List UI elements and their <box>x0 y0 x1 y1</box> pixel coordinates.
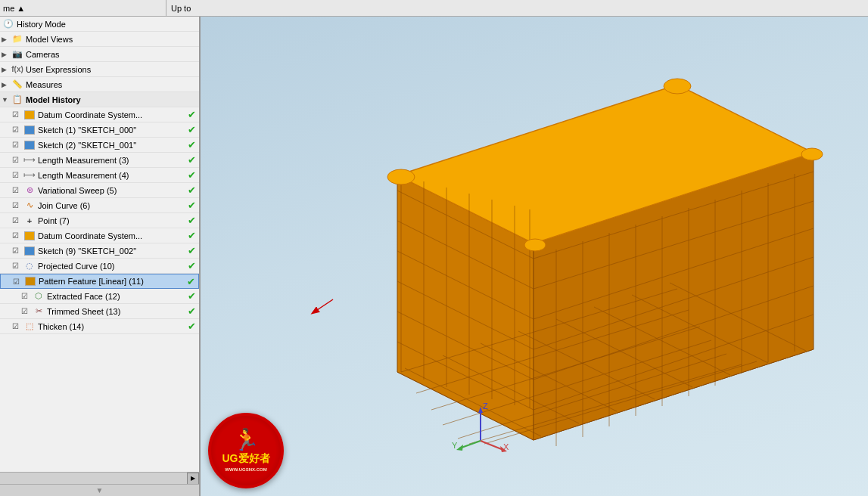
tree-container[interactable]: 🕐 History Mode ▶ 📁 Model Views ▶ 📷 Camer… <box>0 17 199 472</box>
logo-url-text: WWW.UGSNX.COM <box>225 467 266 472</box>
scroll-right-btn[interactable]: ▶ <box>187 473 199 485</box>
measure-icon-4: ⟼ <box>23 170 36 180</box>
check-mark-3: ✔ <box>188 139 196 150</box>
sketch-icon-2 <box>23 141 36 150</box>
tree-item-thicken-14[interactable]: ☑ ⬚ Thicken (14) ✔ <box>0 319 199 334</box>
tree-item-datum-1[interactable]: ☑ Datum Coordinate System... ✔ <box>0 107 199 122</box>
check-mark-2: ✔ <box>188 124 196 135</box>
checkbox-icon: ☑ <box>12 216 23 225</box>
length-3-label: Length Measurement (3) <box>36 156 188 165</box>
measures-label: Measures <box>24 80 199 89</box>
checkbox-icon: ☑ <box>12 322 23 330</box>
point-label: Point (7) <box>36 216 188 225</box>
svg-point-48 <box>387 169 415 184</box>
h-scrollbar[interactable]: ▶ <box>0 472 199 484</box>
svg-point-51 <box>524 239 546 251</box>
check-mark-6: ✔ <box>188 184 196 196</box>
check-mark-11: ✔ <box>188 260 196 271</box>
svg-text:Y: Y <box>452 441 458 450</box>
checkbox-icon: ☑ <box>12 262 23 270</box>
axis-indicator: Z X Y <box>450 395 511 458</box>
tree-item-sketch-2[interactable]: ☑ Sketch (2) "SKETCH_001" ✔ <box>0 138 199 153</box>
svg-marker-59 <box>456 445 463 451</box>
checkbox-icon: ☑ <box>12 201 23 209</box>
tree-item-join-curve[interactable]: ☑ ∿ Join Curve (6) ✔ <box>0 198 199 213</box>
model-history-label: Model History <box>24 95 199 104</box>
sidebar-item-measures[interactable]: ▶ 📏 Measures <box>0 77 199 92</box>
sidebar-item-model-views[interactable]: ▶ 📁 Model Views <box>0 32 199 47</box>
header-upto: Up to <box>166 4 868 13</box>
pattern-icon <box>23 277 37 286</box>
check-mark-5: ✔ <box>188 169 196 181</box>
projected-label: Projected Curve (10) <box>36 262 188 271</box>
trimmed-label: Trimmed Sheet (13) <box>45 307 188 316</box>
checkbox-icon: ☑ <box>12 186 23 194</box>
sketch-9-label: Sketch (9) "SKETCH_002" <box>36 246 188 256</box>
tree-item-sketch-9[interactable]: ☑ Sketch (9) "SKETCH_002" ✔ <box>0 243 199 259</box>
checkbox-icon: ☑ <box>12 171 23 179</box>
viewport[interactable]: Z X Y 🏃 UG爱好者 W <box>201 17 868 496</box>
model-3d-svg <box>276 24 868 478</box>
sidebar-item-user-expressions[interactable]: ▶ f(x) User Expressions <box>0 62 199 77</box>
length-4-label: Length Measurement (4) <box>36 171 188 180</box>
tree-item-var-sweep[interactable]: ☑ ⊛ Variational Sweep (5) ✔ <box>0 183 199 198</box>
check-mark-13: ✔ <box>188 290 196 302</box>
tree-item-point[interactable]: ☑ + Point (7) ✔ <box>0 213 199 228</box>
sidebar-item-history-mode[interactable]: 🕐 History Mode <box>0 17 199 32</box>
main-layout: 🕐 History Mode ▶ 📁 Model Views ▶ 📷 Camer… <box>0 17 868 496</box>
sidebar-item-cameras[interactable]: ▶ 📷 Cameras <box>0 47 199 62</box>
projected-icon: ◌ <box>23 261 36 271</box>
tree-item-sketch-1[interactable]: ☑ Sketch (1) "SKETCH_000" ✔ <box>0 122 199 138</box>
checkbox-icon: ☑ <box>12 231 23 240</box>
pattern-label: Pattern Feature [Linear] (11) <box>37 277 187 286</box>
header-name: me ▲ <box>0 0 166 16</box>
tree-item-length-3[interactable]: ☑ ⟼ Length Measurement (3) ✔ <box>0 153 199 168</box>
svg-text:X: X <box>503 442 509 451</box>
thicken-label: Thicken (14) <box>36 322 188 331</box>
left-panel: 🕐 History Mode ▶ 📁 Model Views ▶ 📷 Camer… <box>0 17 201 496</box>
folder-icon: 📁 <box>11 34 24 44</box>
svg-line-55 <box>481 441 503 450</box>
user-expressions-label: User Expressions <box>24 65 199 74</box>
model-views-label: Model Views <box>24 35 199 44</box>
logo-person-icon: 🏃 <box>233 429 260 451</box>
sidebar-item-model-history[interactable]: ▼ 📋 Model History <box>0 92 199 107</box>
history-icon: 📋 <box>11 95 24 104</box>
join-curve-label: Join Curve (6) <box>36 201 188 210</box>
datum-icon <box>23 110 36 119</box>
sketch-1-label: Sketch (1) "SKETCH_000" <box>36 126 188 135</box>
extracted-icon: ⬡ <box>32 291 45 301</box>
datum-1-label: Datum Coordinate System... <box>36 110 188 119</box>
checkbox-icon: ☑ <box>12 110 23 119</box>
checkbox-icon: ☑ <box>21 307 32 315</box>
formula-icon: f(x) <box>11 65 24 73</box>
check-mark-8: ✔ <box>188 215 196 226</box>
svg-point-49 <box>664 79 691 94</box>
tree-item-datum-8[interactable]: ☑ Datum Coordinate System... ✔ <box>0 228 199 243</box>
check-mark-7: ✔ <box>188 200 196 211</box>
tree-item-pattern-11[interactable]: ☑ Pattern Feature [Linear] (11) ✔ <box>0 274 199 289</box>
checkbox-icon: ☑ <box>12 141 23 149</box>
check-mark-15: ✔ <box>188 321 196 332</box>
tree-item-trimmed-13[interactable]: ☑ ✂ Trimmed Sheet (13) ✔ <box>0 304 199 319</box>
svg-point-50 <box>801 148 823 160</box>
history-mode-label: History Mode <box>15 20 199 29</box>
datum-icon-8 <box>23 231 36 240</box>
checkbox-icon: ☑ <box>13 277 23 286</box>
checkbox-icon: ☑ <box>21 292 32 300</box>
logo-watermark: 🏃 UG爱好者 WWW.UGSNX.COM <box>208 413 284 488</box>
header-row: me ▲ Up to <box>0 0 868 17</box>
tree-item-length-4[interactable]: ☑ ⟼ Length Measurement (4) ✔ <box>0 168 199 183</box>
tree-item-extracted-12[interactable]: ☑ ⬡ Extracted Face (12) ✔ <box>0 289 199 304</box>
expand-icon: ▶ <box>2 51 11 58</box>
tree-item-projected-10[interactable]: ☑ ◌ Projected Curve (10) ✔ <box>0 259 199 274</box>
v-resize-handle[interactable]: ▼ <box>0 484 199 496</box>
check-mark-12: ✔ <box>187 276 195 287</box>
checkbox-icon: ☑ <box>12 126 23 134</box>
check-mark-9: ✔ <box>188 230 196 241</box>
sweep-icon: ⊛ <box>23 185 36 195</box>
check-mark-4: ✔ <box>188 154 196 166</box>
check-mark-10: ✔ <box>188 245 196 256</box>
thicken-icon: ⬚ <box>23 321 36 331</box>
var-sweep-label: Variational Sweep (5) <box>36 186 188 195</box>
